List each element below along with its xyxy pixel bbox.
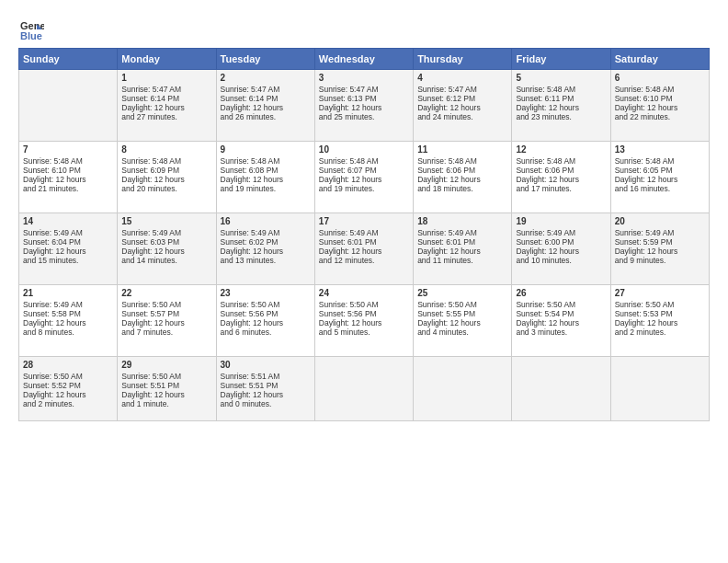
cell-line: Sunset: 6:06 PM [516, 166, 606, 175]
cell-line: Sunrise: 5:50 AM [417, 300, 507, 309]
cell-line: and 27 minutes. [121, 112, 211, 121]
day-cell: 17Sunrise: 5:49 AMSunset: 6:01 PMDayligh… [314, 213, 413, 285]
cell-line: Sunset: 5:51 PM [121, 381, 211, 390]
day-number: 30 [221, 360, 311, 370]
cell-line: Daylight: 12 hours [221, 175, 311, 184]
cell-line: Daylight: 12 hours [121, 318, 211, 327]
cell-line: Daylight: 12 hours [615, 247, 705, 256]
cell-line: Sunrise: 5:48 AM [221, 156, 311, 166]
cell-line: and 12 minutes. [319, 256, 409, 265]
day-cell: 28Sunrise: 5:50 AMSunset: 5:52 PMDayligh… [19, 357, 118, 421]
cell-line: and 4 minutes. [417, 327, 507, 337]
cell-line: Daylight: 12 hours [417, 318, 507, 327]
page: General Blue SundayMondayTuesdayWednesda… [0, 0, 728, 563]
cell-line: and 0 minutes. [221, 399, 311, 408]
cell-line: and 7 minutes. [121, 327, 211, 337]
cell-line: Daylight: 12 hours [516, 318, 606, 327]
day-cell: 21Sunrise: 5:49 AMSunset: 5:58 PMDayligh… [19, 285, 118, 357]
cell-line: and 8 minutes. [23, 327, 113, 337]
day-number: 21 [23, 288, 113, 298]
cell-line: Sunset: 5:56 PM [221, 309, 311, 318]
day-cell: 15Sunrise: 5:49 AMSunset: 6:03 PMDayligh… [118, 213, 216, 285]
cell-line: Sunrise: 5:49 AM [23, 300, 113, 309]
day-number: 8 [121, 144, 211, 155]
col-header-tuesday: Tuesday [216, 49, 314, 70]
cell-line: and 2 minutes. [615, 327, 705, 337]
day-number: 28 [23, 360, 113, 370]
cell-line: Sunset: 5:52 PM [23, 381, 113, 390]
cell-line: Sunrise: 5:51 AM [221, 372, 311, 381]
cell-line: Sunset: 6:00 PM [516, 237, 606, 247]
week-row-1: 1Sunrise: 5:47 AMSunset: 6:14 PMDaylight… [19, 70, 710, 142]
col-header-wednesday: Wednesday [314, 49, 413, 70]
cell-line: Daylight: 12 hours [417, 103, 507, 112]
cell-line: Sunrise: 5:48 AM [417, 156, 507, 166]
week-row-3: 14Sunrise: 5:49 AMSunset: 6:04 PMDayligh… [19, 213, 710, 285]
cell-line: Sunrise: 5:48 AM [516, 156, 606, 166]
cell-line: and 10 minutes. [516, 256, 606, 265]
day-cell: 4Sunrise: 5:47 AMSunset: 6:12 PMDaylight… [414, 70, 512, 142]
cell-line: and 6 minutes. [221, 327, 311, 337]
cell-line: Sunrise: 5:50 AM [23, 372, 113, 381]
cell-line: Sunset: 5:56 PM [319, 309, 409, 318]
cell-line: Sunrise: 5:49 AM [23, 228, 113, 237]
cell-line: Sunset: 6:08 PM [221, 166, 311, 175]
cell-line: and 18 minutes. [417, 184, 507, 193]
cell-line: Sunrise: 5:49 AM [221, 228, 311, 237]
cell-line: and 14 minutes. [121, 256, 211, 265]
day-number: 1 [121, 73, 211, 83]
cell-line: Sunset: 5:51 PM [221, 381, 311, 390]
day-cell: 10Sunrise: 5:48 AMSunset: 6:07 PMDayligh… [314, 142, 413, 213]
cell-line: and 5 minutes. [319, 327, 409, 337]
cell-line: Sunrise: 5:48 AM [121, 156, 211, 166]
cell-line: Sunrise: 5:48 AM [516, 85, 606, 94]
cell-line: and 15 minutes. [23, 256, 113, 265]
cell-line: Daylight: 12 hours [221, 247, 311, 256]
cell-line: Sunrise: 5:49 AM [121, 228, 211, 237]
cell-line: Sunset: 6:04 PM [23, 237, 113, 247]
day-cell: 27Sunrise: 5:50 AMSunset: 5:53 PMDayligh… [610, 285, 709, 357]
day-number: 3 [319, 73, 409, 83]
cell-line: Sunrise: 5:49 AM [417, 228, 507, 237]
day-number: 4 [417, 73, 507, 83]
cell-line: Sunset: 5:57 PM [121, 309, 211, 318]
cell-line: Sunset: 6:07 PM [319, 166, 409, 175]
cell-line: Daylight: 12 hours [221, 103, 311, 112]
day-cell: 6Sunrise: 5:48 AMSunset: 6:10 PMDaylight… [610, 70, 709, 142]
day-number: 12 [516, 144, 606, 155]
day-number: 22 [121, 288, 211, 298]
day-number: 13 [615, 144, 705, 155]
day-cell: 18Sunrise: 5:49 AMSunset: 6:01 PMDayligh… [414, 213, 512, 285]
cell-line: Daylight: 12 hours [319, 247, 409, 256]
cell-line: and 13 minutes. [221, 256, 311, 265]
cell-line: Sunset: 5:54 PM [516, 309, 606, 318]
cell-line: Sunset: 6:12 PM [417, 94, 507, 103]
cell-line: Sunrise: 5:49 AM [319, 228, 409, 237]
day-cell [512, 357, 610, 421]
cell-line: and 24 minutes. [417, 112, 507, 121]
cell-line: Daylight: 12 hours [23, 247, 113, 256]
day-cell: 22Sunrise: 5:50 AMSunset: 5:57 PMDayligh… [118, 285, 216, 357]
day-cell: 13Sunrise: 5:48 AMSunset: 6:05 PMDayligh… [610, 142, 709, 213]
cell-line: Sunset: 6:01 PM [319, 237, 409, 247]
cell-line: and 22 minutes. [615, 112, 705, 121]
cell-line: Daylight: 12 hours [615, 318, 705, 327]
col-header-sunday: Sunday [19, 49, 118, 70]
cell-line: Sunset: 6:03 PM [121, 237, 211, 247]
day-number: 10 [319, 144, 409, 155]
logo-icon: General Blue [18, 17, 44, 42]
cell-line: Daylight: 12 hours [417, 175, 507, 184]
day-cell: 25Sunrise: 5:50 AMSunset: 5:55 PMDayligh… [414, 285, 512, 357]
cell-line: Sunset: 6:14 PM [121, 94, 211, 103]
cell-line: Daylight: 12 hours [221, 318, 311, 327]
cell-line: and 21 minutes. [23, 184, 113, 193]
day-cell: 3Sunrise: 5:47 AMSunset: 6:13 PMDaylight… [314, 70, 413, 142]
day-number: 16 [221, 216, 311, 226]
cell-line: Sunset: 5:55 PM [417, 309, 507, 318]
cell-line: Sunset: 6:10 PM [615, 94, 705, 103]
cell-line: and 3 minutes. [516, 327, 606, 337]
header: General Blue [18, 17, 710, 42]
cell-line: Sunset: 5:58 PM [23, 309, 113, 318]
day-number: 27 [615, 288, 705, 298]
cell-line: Sunset: 6:01 PM [417, 237, 507, 247]
